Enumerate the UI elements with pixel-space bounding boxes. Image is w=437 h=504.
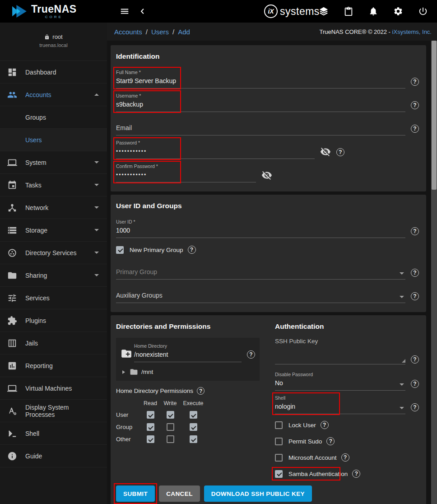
page-scrollbar[interactable]: [431, 41, 437, 504]
breadcrumb-users[interactable]: Users: [151, 28, 169, 36]
auxiliary-groups-placeholder[interactable]: Auxiliary Groups: [116, 290, 405, 303]
password-field[interactable]: Password * •••••••••••: [116, 138, 315, 159]
perm-group-write-checkbox[interactable]: [167, 423, 174, 431]
username-value[interactable]: s9backup: [116, 99, 405, 112]
perm-user-read-checkbox[interactable]: [147, 411, 154, 419]
disable-password-select[interactable]: Disable Password No: [275, 370, 405, 391]
sidebar-item-tasks[interactable]: Tasks: [0, 174, 107, 196]
tree-item-mnt[interactable]: /mnt: [121, 368, 255, 376]
help-icon[interactable]: [411, 380, 419, 388]
clipboard-icon[interactable]: [342, 5, 355, 18]
download-ssh-public-key-button[interactable]: DOWNLOAD SSH PUBLIC KEY: [204, 485, 312, 502]
help-icon[interactable]: [411, 227, 419, 235]
perm-user-execute-checkbox[interactable]: [190, 411, 197, 419]
sidebar-item-sharing[interactable]: Sharing: [0, 264, 107, 287]
password-value[interactable]: •••••••••••: [116, 146, 315, 159]
help-icon[interactable]: [326, 437, 335, 445]
truenas-logo[interactable]: TrueNAS CORE: [0, 0, 107, 23]
hamburger-menu-icon[interactable]: [118, 5, 131, 18]
sidebar-item-accounts[interactable]: Accounts: [0, 84, 107, 106]
sidebar-item-dashboard[interactable]: Dashboard: [0, 61, 107, 84]
visibility-off-icon[interactable]: [261, 170, 272, 181]
help-icon[interactable]: [411, 125, 419, 133]
sidebar-item-network[interactable]: Network: [0, 196, 107, 219]
lock-user-checkbox[interactable]: [275, 421, 283, 429]
sidebar-item-plugins[interactable]: Plugins: [0, 309, 107, 332]
full-name-value[interactable]: Start9 Server Backup: [116, 75, 405, 89]
notifications-bell-icon[interactable]: [367, 5, 380, 18]
visibility-off-icon[interactable]: [320, 146, 331, 157]
settings-gear-icon[interactable]: [391, 5, 405, 18]
perm-other-read-checkbox[interactable]: [147, 435, 154, 443]
new-primary-group-checkbox[interactable]: [116, 246, 124, 254]
power-icon[interactable]: [416, 5, 430, 18]
username-field[interactable]: Username * s9backup: [116, 91, 405, 112]
perm-other-write-checkbox[interactable]: [167, 435, 174, 443]
sidebar-item-users[interactable]: Users: [0, 129, 107, 151]
email-field[interactable]: Email: [116, 115, 405, 135]
help-icon[interactable]: [341, 453, 349, 462]
full-name-label: Full Name *: [116, 70, 405, 75]
submit-button[interactable]: SUBMIT: [116, 485, 155, 502]
breadcrumb-accounts[interactable]: Accounts: [114, 28, 142, 36]
sidebar-item-shell[interactable]: Shell: [0, 422, 107, 445]
help-icon[interactable]: [411, 292, 419, 300]
collapse-chevron-icon[interactable]: [137, 5, 149, 17]
primary-group-select[interactable]: Primary Group: [116, 259, 405, 280]
dropdown-arrow-icon: [400, 272, 404, 275]
help-icon[interactable]: [411, 269, 419, 277]
primary-group-placeholder[interactable]: Primary Group: [116, 266, 405, 280]
ixsystems-logo[interactable]: iX systems: [264, 5, 320, 18]
permit-sudo-checkbox[interactable]: [275, 438, 283, 445]
scrollbar-thumb[interactable]: [432, 41, 437, 190]
help-icon[interactable]: [411, 355, 419, 364]
user-id-value[interactable]: 1000: [116, 225, 405, 238]
ssh-public-key-textarea[interactable]: [275, 345, 405, 364]
sidebar-item-storage[interactable]: Storage: [0, 219, 107, 242]
sidebar-item-reporting[interactable]: Reporting: [0, 355, 107, 377]
sidebar-item-label: Sharing: [25, 272, 47, 279]
confirm-password-value[interactable]: •••••••••••: [116, 169, 256, 182]
help-icon[interactable]: [321, 421, 329, 429]
resize-grip-icon[interactable]: [402, 359, 405, 363]
sidebar-item-directory-services[interactable]: Directory Services: [0, 242, 107, 264]
help-icon[interactable]: [247, 350, 255, 359]
disable-password-value[interactable]: No: [275, 378, 405, 391]
shell-value[interactable]: nologin: [275, 401, 405, 414]
sidebar-item-guide[interactable]: Guide: [0, 445, 107, 467]
boxes-icon[interactable]: [317, 5, 330, 18]
sidebar-item-virtual-machines[interactable]: Virtual Machines: [0, 377, 107, 400]
confirm-password-field[interactable]: Confirm Password * •••••••••••: [116, 162, 256, 182]
microsoft-account-checkbox[interactable]: [275, 454, 283, 462]
expand-arrow-icon[interactable]: [122, 370, 125, 374]
help-icon[interactable]: [336, 148, 344, 156]
sidebar-item-display-system-processes[interactable]: Display System Processes: [0, 400, 107, 422]
ixsystems-link[interactable]: iXsystems, Inc.: [392, 28, 432, 35]
help-icon[interactable]: [411, 78, 419, 86]
sidebar-item-services[interactable]: Services: [0, 287, 107, 309]
help-icon[interactable]: [411, 101, 419, 109]
perm-group-read-checkbox[interactable]: [147, 423, 154, 431]
user-id-field[interactable]: User ID * 1000: [116, 217, 405, 238]
samba-authentication-checkbox[interactable]: [275, 470, 283, 478]
full-name-field[interactable]: Full Name * Start9 Server Backup: [116, 68, 405, 89]
home-directory-field[interactable]: Home Directory /nonexistent: [134, 341, 242, 362]
help-icon[interactable]: [411, 403, 419, 411]
cancel-button[interactable]: CANCEL: [159, 485, 200, 502]
help-icon[interactable]: [352, 470, 360, 478]
home-directory-label: Home Directory: [134, 343, 242, 349]
help-icon[interactable]: [197, 387, 205, 395]
perm-user-write-checkbox[interactable]: [167, 411, 174, 419]
perm-group-execute-checkbox[interactable]: [190, 423, 197, 431]
breadcrumb-add[interactable]: Add: [178, 28, 190, 36]
shell-select[interactable]: Shell nologin: [275, 393, 405, 414]
sidebar-item-jails[interactable]: Jails: [0, 332, 107, 355]
home-directory-value[interactable]: /nonexistent: [134, 349, 242, 362]
sidebar-item-groups[interactable]: Groups: [0, 106, 107, 129]
sidebar-item-system[interactable]: System: [0, 151, 107, 174]
perm-other-execute-checkbox[interactable]: [190, 435, 197, 443]
create-new-folder-icon[interactable]: [121, 348, 132, 359]
email-placeholder[interactable]: Email: [116, 122, 405, 135]
auxiliary-groups-select[interactable]: Auxiliary Groups: [116, 282, 405, 303]
help-icon[interactable]: [188, 246, 196, 254]
